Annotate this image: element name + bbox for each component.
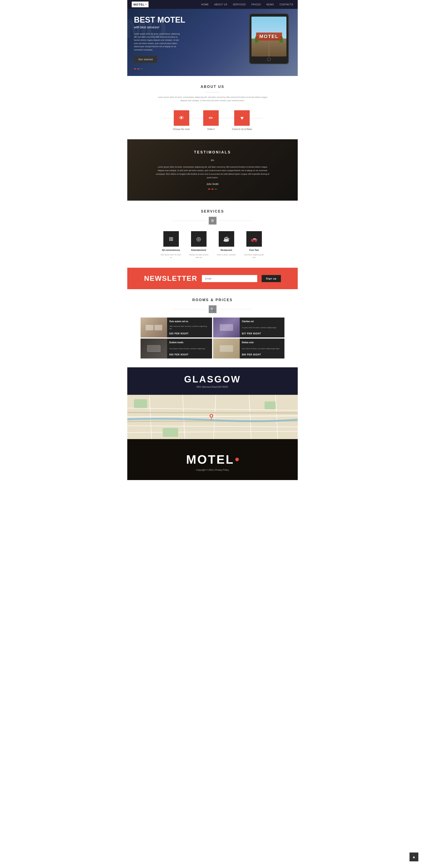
t-dot-3[interactable] xyxy=(215,189,217,190)
about-step-2: ✏ Order it xyxy=(203,110,219,130)
nav-services[interactable]: SERVICES xyxy=(233,3,246,6)
footer-logo-text: MOTEL xyxy=(186,453,234,467)
room-image-3 xyxy=(213,339,240,359)
room-card-2[interactable]: Eodem modo Hum ipsum dolor sit amet, sec… xyxy=(140,339,212,359)
room-card-3[interactable]: Deitas esto Sem dolor sit amet, sec-tetu… xyxy=(213,339,285,359)
room-image-0 xyxy=(140,317,167,337)
footer: MOTEL Copyright © 2014 | Privacy Policy xyxy=(127,439,298,480)
service-item-0: ⊞ All conveniences Dem ipsum dolor sit a… xyxy=(160,231,182,259)
about-title: ABOUT US xyxy=(140,85,285,89)
services-title: SERVICES xyxy=(140,210,285,213)
hero-dots xyxy=(134,68,291,69)
entertainment-icon: ◎ xyxy=(196,236,201,242)
testimonial-body-text: Lorem ipsum dolor sit amet, consectetuer… xyxy=(155,165,270,180)
t-dot-2[interactable] xyxy=(211,189,214,190)
newsletter-email-input[interactable] xyxy=(202,275,257,282)
footer-logo: MOTEL xyxy=(186,453,239,467)
newsletter-signup-button[interactable]: Sign up xyxy=(262,275,281,282)
step-2-label: Order it xyxy=(207,128,215,130)
service-item-1: ◎ Entertainment Claritas est etiam proce… xyxy=(188,231,210,259)
service-icon-2: ☕ xyxy=(219,231,234,247)
testimonials-title: TESTIMONIALS xyxy=(140,150,285,154)
room-price-3: $80 PER NIGHT xyxy=(242,353,283,356)
tablet-motel-sign: MOTEL xyxy=(256,33,282,40)
service-desc-3: Asectetuer adipiscing elit, sed xyxy=(243,253,265,259)
hero-dot-2[interactable] xyxy=(137,68,139,69)
map-section xyxy=(127,395,298,439)
about-section: ABOUT US Lorem ipsum dolor sit amet, con… xyxy=(127,76,298,139)
nav-prices[interactable]: PRICES xyxy=(252,3,261,6)
room-img-inner-2 xyxy=(140,339,167,359)
step-1-icon: 👁 xyxy=(174,110,189,126)
location-city: GLASGOW xyxy=(134,374,291,384)
room-desc-0: Nibh euismod dolor sit amet, sectetur ad… xyxy=(169,325,210,330)
room-price-0: $25 PER NIGHT xyxy=(169,332,210,335)
services-grid: ⊞ All conveniences Dem ipsum dolor sit a… xyxy=(140,231,285,259)
service-icon-0: ⊞ xyxy=(163,231,179,247)
nav-logo-dot: • xyxy=(145,2,147,6)
rooms-line-right xyxy=(219,309,252,309)
footer-logo-dot xyxy=(235,458,239,461)
svg-rect-13 xyxy=(264,401,275,409)
service-name-0: All conveniences xyxy=(162,249,180,251)
nav-contacts[interactable]: CONTACTS xyxy=(280,3,293,6)
t-dot-1[interactable] xyxy=(208,189,210,190)
nav-links: HOME ABOUT US SERVICES PRICES NEWS CONTA… xyxy=(201,3,293,6)
newsletter-section: NEWSLETTER Sign up xyxy=(127,268,298,289)
hero-dot-3[interactable] xyxy=(140,68,143,69)
hero-dot-1[interactable] xyxy=(134,68,136,69)
newsletter-title: NEWSLETTER xyxy=(144,274,197,283)
navbar: MOTEL • HOME ABOUT US SERVICES PRICES NE… xyxy=(127,0,298,9)
map-svg xyxy=(127,395,298,439)
room-desc-3: Sem dolor sit amet, sec-tetuer adipiscin… xyxy=(242,347,283,350)
services-section: SERVICES ⚙ ⊞ All conveniences Dem ipsum … xyxy=(127,200,298,268)
room-img-inner-0 xyxy=(140,317,167,337)
svg-point-16 xyxy=(210,415,212,417)
conveniences-icon: ⊞ xyxy=(169,236,173,242)
location-address: 8901 Marmora Road,D04 89GR. xyxy=(134,386,291,388)
svg-line-10 xyxy=(127,412,298,413)
step-3-icon: ♥ xyxy=(234,110,250,126)
nav-about[interactable]: ABOUT US xyxy=(214,3,227,6)
testimonials-icon: ✏ xyxy=(140,158,285,163)
hero-tablet-image: MOTEL xyxy=(249,13,293,66)
rooms-grid: Duis autem vel eu Nibh euismod dolor sit… xyxy=(140,317,285,359)
about-step-1: 👁 Choose the room xyxy=(173,110,190,130)
room-desc-2: Hum ipsum dolor sit amet, sectetur adipi… xyxy=(169,347,210,350)
step-3-label: Come to Us & Relax xyxy=(232,128,252,130)
service-icon-1: ◎ xyxy=(191,231,206,247)
tablet-home-button xyxy=(267,58,271,61)
svg-rect-14 xyxy=(163,428,178,437)
footer-copyright: Copyright © 2014 | Privacy Policy xyxy=(134,469,291,471)
about-divider xyxy=(206,92,219,92)
service-item-2: ☕ Restaurant Dolor sit amet, usectetur xyxy=(216,231,237,259)
rooms-header-line: 🔍 xyxy=(140,305,285,313)
about-steps: 👁 Choose the room ✏ Order it ♥ Come to U… xyxy=(140,110,285,130)
nav-news[interactable]: NEWS xyxy=(266,3,274,6)
room-image-2 xyxy=(140,339,167,359)
room-info-3: Deitas esto Sem dolor sit amet, sec-tetu… xyxy=(240,339,285,359)
rooms-line-left xyxy=(173,309,206,309)
hero-section: MO BEST MOTEL with best services! Lorem … xyxy=(127,9,298,76)
room-name-1: Claritas est xyxy=(242,320,283,322)
testimonial-author: John Smith xyxy=(140,183,285,185)
room-info-1: Claritas est To gunu dolor sit amet, sec… xyxy=(240,317,285,337)
service-name-2: Restaurant xyxy=(221,249,232,251)
restaurant-icon: ☕ xyxy=(223,236,230,242)
service-item-3: 🚗 Free Taxi Asectetuer adipiscing elit, … xyxy=(243,231,265,259)
pencil-icon: ✏ xyxy=(209,115,213,121)
service-name-1: Entertainment xyxy=(191,249,206,251)
step-1-label: Choose the room xyxy=(173,128,190,130)
rooms-title: ROOMS & PRICES xyxy=(140,298,285,302)
rooms-section: ROOMS & PRICES 🔍 Duis autem vel eu Nibh … xyxy=(127,289,298,367)
hero-body-text: Lorem ipsum dolor sit amet, consectetuer… xyxy=(134,32,183,51)
hero-cta-button[interactable]: Get started xyxy=(134,56,157,63)
room-card-0[interactable]: Duis autem vel eu Nibh euismod dolor sit… xyxy=(140,317,212,337)
eye-icon: 👁 xyxy=(179,115,184,121)
room-name-0: Duis autem vel eu xyxy=(169,320,210,322)
tablet-frame: MOTEL xyxy=(249,13,289,64)
service-desc-2: Dolor sit amet, usectetur xyxy=(217,253,236,256)
nav-home[interactable]: HOME xyxy=(201,3,209,6)
nav-logo[interactable]: MOTEL • xyxy=(132,2,149,7)
room-card-1[interactable]: Claritas est To gunu dolor sit amet, sec… xyxy=(213,317,285,337)
